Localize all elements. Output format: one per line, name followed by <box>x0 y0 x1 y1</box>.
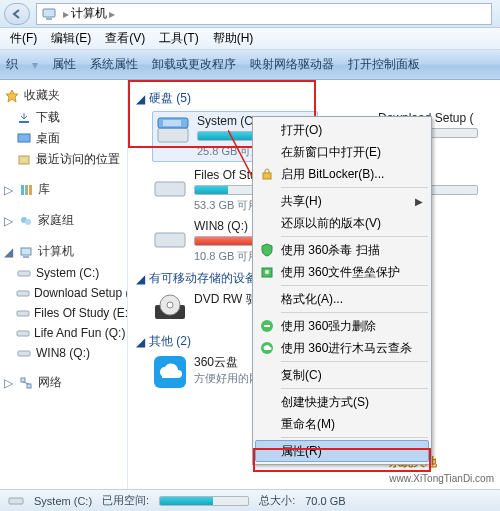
svg-rect-13 <box>21 248 31 255</box>
sidebar-item-recent[interactable]: 最近访问的位置 <box>2 149 125 170</box>
svg-text:DVD: DVD <box>160 318 175 325</box>
svg-rect-40 <box>9 498 23 504</box>
toolbar-organize[interactable]: 织 <box>6 56 18 73</box>
desktop-icon <box>16 131 32 147</box>
ctx-separator <box>281 388 428 389</box>
ctx-360-scan[interactable]: 使用 360杀毒 扫描 <box>255 239 429 261</box>
ctx-open-new-window[interactable]: 在新窗口中打开(E) <box>255 141 429 163</box>
sidebar-library[interactable]: ▷库 <box>2 178 125 201</box>
svg-rect-20 <box>21 378 25 382</box>
address-bar[interactable]: ▸ 计算机 ▸ <box>36 3 492 25</box>
toolbar-uninstall[interactable]: 卸载或更改程序 <box>152 56 236 73</box>
recent-icon <box>16 152 32 168</box>
sidebar-drive-d[interactable]: Download Setup ( <box>2 283 125 303</box>
ctx-restore-version[interactable]: 还原以前的版本(V) <box>255 212 429 234</box>
status-used-label: 已用空间: <box>102 493 149 508</box>
svg-point-12 <box>25 219 31 225</box>
svg-rect-15 <box>18 271 30 276</box>
cloud-scan-icon <box>259 340 275 356</box>
ctx-separator <box>281 285 428 286</box>
ctx-open[interactable]: 打开(O) <box>255 119 429 141</box>
toolbar-properties[interactable]: 属性 <box>52 56 76 73</box>
svg-rect-25 <box>163 120 181 126</box>
nav-back-button[interactable] <box>4 3 30 25</box>
shield-icon <box>259 242 275 258</box>
menu-edit[interactable]: 编辑(E) <box>45 28 97 49</box>
status-total-label: 总大小: <box>259 493 295 508</box>
svg-rect-16 <box>17 291 29 296</box>
drive-icon <box>16 325 30 341</box>
toolbar-mapdrive[interactable]: 映射网络驱动器 <box>250 56 334 73</box>
ctx-properties[interactable]: 属性(R) <box>255 440 429 462</box>
sidebar-computer[interactable]: ◢计算机 <box>2 240 125 263</box>
titlebar: ▸ 计算机 ▸ <box>0 0 500 28</box>
computer-icon <box>41 6 57 22</box>
svg-rect-9 <box>25 185 28 195</box>
ctx-separator <box>281 187 428 188</box>
svg-marker-4 <box>6 90 18 102</box>
svg-rect-35 <box>263 173 271 179</box>
vault-icon <box>259 264 275 280</box>
svg-rect-10 <box>29 185 32 195</box>
status-usage-bar <box>159 496 249 506</box>
ctx-create-shortcut[interactable]: 创建快捷方式(S) <box>255 391 429 413</box>
status-bar: System (C:) 已用空间: 总大小: 70.0 GB <box>0 489 500 511</box>
svg-rect-6 <box>18 134 30 142</box>
bitlocker-icon <box>259 166 275 182</box>
ctx-separator <box>281 437 428 438</box>
ctx-360-trojan[interactable]: 使用 360进行木马云查杀 <box>255 337 429 359</box>
ctx-share[interactable]: 共享(H)▶ <box>255 190 429 212</box>
breadcrumb-separator: ▸ <box>63 7 69 21</box>
sidebar: 收藏夹 下载 桌面 最近访问的位置 ▷库 ▷家庭组 ◢计算机 System (C… <box>0 80 128 490</box>
drive-icon <box>152 219 188 255</box>
svg-rect-14 <box>23 256 29 258</box>
sidebar-item-desktop[interactable]: 桌面 <box>2 128 125 149</box>
svg-rect-7 <box>19 156 29 164</box>
drive-icon <box>152 168 188 204</box>
toolbar-ctrlpanel[interactable]: 打开控制面板 <box>348 56 420 73</box>
svg-rect-21 <box>27 384 31 388</box>
ctx-copy[interactable]: 复制(C) <box>255 364 429 386</box>
svg-point-37 <box>265 270 269 274</box>
menu-tools[interactable]: 工具(T) <box>153 28 204 49</box>
menu-file[interactable]: 件(F) <box>4 28 43 49</box>
sidebar-drive-c[interactable]: System (C:) <box>2 263 125 283</box>
ctx-separator <box>281 312 428 313</box>
toolbar-sysprops[interactable]: 系统属性 <box>90 56 138 73</box>
library-icon <box>18 182 34 198</box>
menu-help[interactable]: 帮助(H) <box>207 28 260 49</box>
ctx-format[interactable]: 格式化(A)... <box>255 288 429 310</box>
svg-rect-29 <box>155 233 185 247</box>
svg-rect-27 <box>155 182 185 196</box>
svg-rect-8 <box>21 185 24 195</box>
menu-view[interactable]: 查看(V) <box>99 28 151 49</box>
star-icon <box>4 88 20 104</box>
svg-rect-5 <box>19 121 29 123</box>
ctx-360-delete[interactable]: 使用 360强力删除 <box>255 315 429 337</box>
drive-icon <box>16 285 30 301</box>
dvd-icon: DVD <box>152 291 188 327</box>
svg-rect-19 <box>18 351 30 356</box>
sidebar-favorites[interactable]: 收藏夹 <box>2 84 125 107</box>
svg-line-22 <box>23 382 29 384</box>
ctx-bitlocker[interactable]: 启用 BitLocker(B)... <box>255 163 429 185</box>
status-drive-name: System (C:) <box>34 495 92 507</box>
ctx-360-vault[interactable]: 使用 360文件堡垒保护 <box>255 261 429 283</box>
breadcrumb-location[interactable]: 计算机 <box>71 5 107 22</box>
download-icon <box>16 110 32 126</box>
ctx-rename[interactable]: 重命名(M) <box>255 413 429 435</box>
section-hdd[interactable]: ◢硬盘 (5) <box>136 90 494 107</box>
menubar: 件(F) 编辑(E) 查看(V) 工具(T) 帮助(H) <box>0 28 500 50</box>
sidebar-homegroup[interactable]: ▷家庭组 <box>2 209 125 232</box>
sidebar-drive-e[interactable]: Files Of Study (E:) <box>2 303 125 323</box>
sidebar-drive-fun[interactable]: Life And Fun (Q:) <box>2 323 125 343</box>
sidebar-drive-q[interactable]: WIN8 (Q:) <box>2 343 125 363</box>
network-icon <box>18 375 34 391</box>
sidebar-network[interactable]: ▷网络 <box>2 371 125 394</box>
computer-icon <box>18 244 34 260</box>
sidebar-item-downloads[interactable]: 下载 <box>2 107 125 128</box>
cloud-icon <box>152 354 188 390</box>
svg-rect-23 <box>158 128 188 142</box>
arrow-left-icon <box>11 8 23 20</box>
svg-rect-3 <box>46 18 52 20</box>
